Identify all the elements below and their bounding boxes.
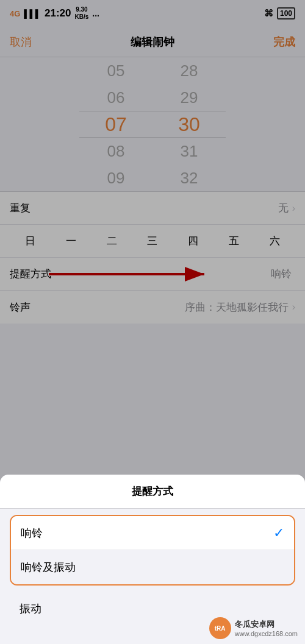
- modal-option-ring[interactable]: 响铃 ✓: [11, 516, 294, 550]
- modal-option-ring-vibrate-text: 响铃及振动: [21, 560, 284, 575]
- modal-option-vibrate-text: 振动: [20, 601, 41, 616]
- modal-bottom-pad: [0, 626, 305, 644]
- modal-options-container: 响铃 ✓ 响铃及振动: [10, 515, 295, 586]
- modal-title: 提醒方式: [0, 475, 305, 509]
- modal-option-ring-vibrate[interactable]: 响铃及振动: [11, 550, 294, 584]
- modal-overlay: 提醒方式 响铃 ✓ 响铃及振动 振动: [0, 0, 305, 644]
- modal-option-ring-text: 响铃: [21, 526, 273, 540]
- check-icon: ✓: [273, 525, 284, 541]
- modal-option-vibrate[interactable]: 振动: [0, 592, 305, 626]
- modal-sheet: 提醒方式 响铃 ✓ 响铃及振动 振动: [0, 475, 305, 644]
